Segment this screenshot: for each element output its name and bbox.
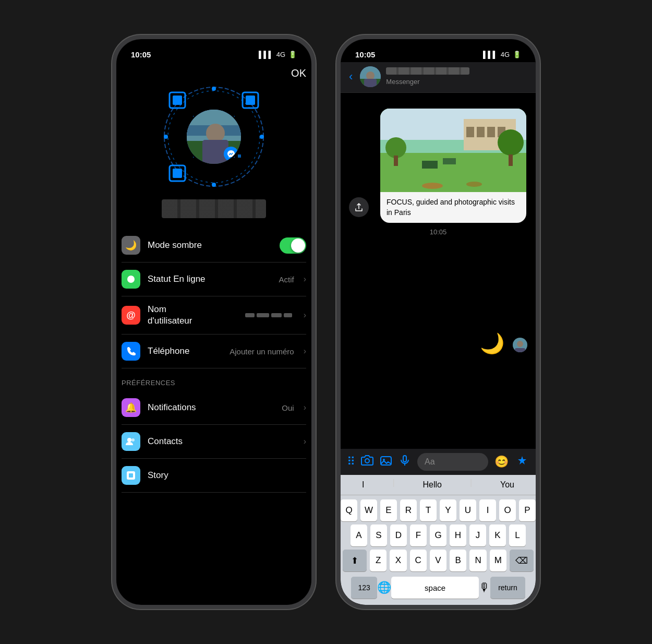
svg-rect-38: [487, 127, 495, 137]
svg-point-21: [206, 124, 225, 142]
key-i[interactable]: I: [479, 499, 496, 521]
phone-arrow: ›: [304, 347, 306, 356]
emoji-icon[interactable]: 😊: [494, 455, 509, 469]
svg-point-47: [422, 183, 443, 189]
username-label: Nomd'utilisateur: [148, 304, 238, 327]
preferences-list: 🔔 Notifications Oui › Contacts › Story: [116, 391, 311, 493]
like-icon[interactable]: [515, 453, 529, 471]
mic-icon[interactable]: [399, 455, 411, 469]
svg-rect-44: [394, 156, 398, 166]
key-s[interactable]: S: [370, 524, 387, 546]
online-label: Statut En ligne: [148, 273, 271, 285]
settings-item-story[interactable]: Story: [122, 459, 306, 493]
story-icon: [122, 466, 140, 485]
message-timestamp: 10:05: [349, 228, 527, 236]
key-x[interactable]: X: [390, 550, 406, 571]
phone-label: Téléphone: [148, 345, 222, 357]
preferences-header: PRÉFÉRENCES: [116, 368, 311, 391]
key-f[interactable]: F: [410, 524, 427, 546]
key-e[interactable]: E: [380, 499, 397, 521]
num-key[interactable]: 123: [351, 577, 377, 599]
key-z[interactable]: Z: [370, 550, 387, 571]
svg-rect-7: [173, 169, 182, 178]
key-o[interactable]: O: [499, 499, 516, 521]
mic-kb-key[interactable]: 🎙: [479, 581, 490, 594]
settings-item-phone[interactable]: Téléphone Ajouter un numéro ›: [122, 335, 306, 368]
messenger-header: ‹ Messenger: [341, 62, 536, 93]
svg-point-23: [127, 276, 135, 283]
globe-key[interactable]: 🌐: [377, 581, 391, 594]
back-button[interactable]: ‹: [349, 70, 353, 84]
dark-mode-label: Mode sombre: [148, 240, 272, 251]
username-dots: [245, 313, 292, 317]
chat-toolbar: ⠿ Aa 😊: [341, 449, 536, 475]
battery-icon-1: 🔋: [288, 51, 297, 58]
key-r[interactable]: R: [400, 499, 417, 521]
key-n[interactable]: N: [469, 550, 486, 571]
svg-point-30: [366, 71, 375, 80]
username-arrow: ›: [304, 311, 306, 320]
settings-item-contacts[interactable]: Contacts ›: [122, 425, 306, 459]
toggle-knob: [291, 238, 305, 253]
username-blurred: [162, 199, 266, 218]
svg-point-11: [260, 135, 264, 139]
space-key[interactable]: space: [391, 577, 479, 599]
settings-item-notifications[interactable]: 🔔 Notifications Oui ›: [122, 391, 306, 425]
svg-point-45: [498, 129, 524, 156]
status-icons-2: ▌▌▌ 4G 🔋: [483, 51, 521, 58]
dots-icon[interactable]: ⠿: [347, 455, 355, 469]
key-j[interactable]: J: [469, 524, 486, 546]
key-l[interactable]: L: [509, 524, 526, 546]
username-icon: @: [122, 306, 140, 325]
suggestion-i[interactable]: I: [358, 478, 368, 492]
svg-rect-41: [422, 161, 438, 169]
photo-icon[interactable]: [380, 455, 392, 469]
shift-key[interactable]: ⬆: [343, 550, 367, 571]
key-k[interactable]: K: [489, 524, 506, 546]
user-mini-avatar: [513, 338, 527, 352]
key-g[interactable]: G: [430, 524, 446, 546]
key-a[interactable]: A: [351, 524, 367, 546]
key-c[interactable]: C: [410, 550, 427, 571]
suggestion-hello[interactable]: Hello: [418, 478, 445, 492]
delete-key[interactable]: ⌫: [510, 550, 534, 571]
svg-rect-36: [466, 127, 474, 137]
key-d[interactable]: D: [390, 524, 407, 546]
svg-point-48: [466, 182, 482, 187]
dark-mode-toggle[interactable]: [280, 237, 306, 254]
svg-rect-37: [477, 127, 485, 137]
svg-point-10: [164, 135, 168, 139]
notifications-icon: 🔔: [122, 398, 140, 417]
key-w[interactable]: W: [360, 499, 377, 521]
settings-item-online[interactable]: Statut En ligne Actif ›: [122, 263, 306, 296]
message-bubble: FOCUS, guided and photographic visits in…: [380, 109, 526, 223]
svg-point-50: [517, 341, 523, 347]
message-input[interactable]: Aa: [417, 453, 488, 471]
svg-rect-27: [129, 473, 133, 478]
notch-2: [399, 39, 477, 55]
suggestion-you[interactable]: You: [496, 478, 518, 492]
key-t[interactable]: T: [420, 499, 437, 521]
keyboard-suggestions: I | Hello | You: [341, 475, 536, 495]
svg-point-24: [127, 438, 131, 442]
status-time-1: 10:05: [131, 50, 151, 59]
settings-item-dark-mode[interactable]: 🌙 Mode sombre: [122, 229, 306, 263]
contact-app: Messenger: [386, 78, 419, 86]
key-q[interactable]: Q: [341, 499, 357, 521]
key-p[interactable]: P: [519, 499, 536, 521]
story-label: Story: [148, 470, 306, 481]
settings-item-username[interactable]: @ Nomd'utilisateur ›: [122, 296, 306, 335]
svg-point-25: [131, 438, 135, 442]
phone-icon: [122, 342, 140, 361]
share-button[interactable]: [349, 197, 369, 217]
key-u[interactable]: U: [460, 499, 476, 521]
key-h[interactable]: H: [450, 524, 466, 546]
key-v[interactable]: V: [430, 550, 446, 571]
key-y[interactable]: Y: [440, 499, 456, 521]
key-b[interactable]: B: [450, 550, 466, 571]
ok-button[interactable]: OK: [116, 62, 311, 79]
online-value: Actif: [279, 275, 294, 284]
key-m[interactable]: M: [490, 550, 506, 571]
return-key[interactable]: return: [490, 577, 525, 599]
camera-icon[interactable]: [361, 454, 373, 470]
